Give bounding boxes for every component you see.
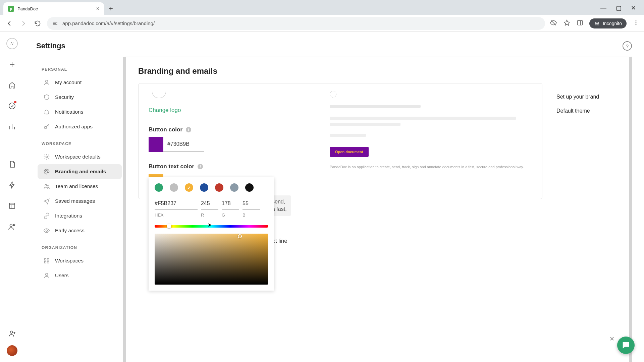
- sidebar-item-security[interactable]: Security: [38, 90, 122, 105]
- nav-reload-icon[interactable]: [33, 19, 42, 28]
- sidebar-item-defaults[interactable]: Workspace defaults: [38, 149, 122, 164]
- svg-point-27: [627, 344, 628, 345]
- rail-contacts-icon[interactable]: [6, 221, 18, 232]
- url-bar[interactable]: app.pandadoc.com/a/#/settings/branding/: [47, 17, 545, 30]
- nav-back-icon[interactable]: [5, 19, 14, 28]
- sidebar-item-apps[interactable]: Authorized apps: [38, 119, 122, 134]
- sidebar-item-workspaces[interactable]: Workspaces: [38, 253, 122, 268]
- svg-point-24: [46, 273, 48, 276]
- svg-point-6: [9, 103, 15, 109]
- button-color-value[interactable]: [163, 137, 204, 152]
- browser-tab-bar: p PandaDoc × + — ▢ ✕: [0, 0, 644, 15]
- field-label-text: Button color: [149, 126, 182, 133]
- sidebar-item-team[interactable]: Team and licenses: [38, 179, 122, 194]
- preview-logo-icon: [330, 91, 336, 98]
- rail-new-icon[interactable]: [6, 59, 18, 70]
- rail-reports-icon[interactable]: [6, 121, 18, 132]
- nav-forward-icon: [19, 19, 28, 28]
- tab-favicon-icon: p: [8, 6, 14, 12]
- preset-color-swatch[interactable]: [245, 183, 254, 192]
- new-tab-button[interactable]: +: [104, 4, 118, 13]
- bookmark-star-icon[interactable]: [563, 19, 571, 28]
- color-picker-popover: HEX R G: [149, 177, 274, 291]
- kebab-menu-icon[interactable]: [633, 19, 639, 27]
- hue-slider[interactable]: ➤: [155, 225, 268, 228]
- sidebar-item-notifications[interactable]: Notifications: [38, 105, 122, 119]
- window-controls: — ▢ ✕: [600, 4, 644, 15]
- g-label: G: [222, 213, 239, 218]
- sidebar-item-early[interactable]: Early access: [38, 223, 122, 238]
- section-personal: PERSONAL: [36, 65, 123, 75]
- svg-point-3: [636, 20, 637, 21]
- svg-rect-0: [578, 20, 583, 25]
- svg-point-18: [47, 185, 49, 186]
- sidebar-item-integrations[interactable]: Integrations: [38, 208, 122, 223]
- right-nav-link-brand[interactable]: Set up your brand: [556, 94, 629, 100]
- svg-point-15: [46, 170, 47, 171]
- page-header: Settings ?: [24, 32, 644, 57]
- bell-icon: [43, 108, 50, 116]
- saturation-value-canvas[interactable]: [155, 234, 268, 285]
- sidebar-item-label: Authorized apps: [55, 124, 93, 130]
- workspace-avatar-icon[interactable]: N: [6, 38, 18, 49]
- extensions-eye-icon[interactable]: [550, 19, 557, 28]
- sidebar-item-account[interactable]: My account: [38, 75, 122, 90]
- sidebar-item-label: Integrations: [55, 213, 82, 219]
- svg-rect-21: [47, 258, 49, 260]
- hex-input[interactable]: [155, 199, 198, 210]
- rail-home-icon[interactable]: [6, 79, 18, 91]
- help-icon[interactable]: ?: [623, 41, 632, 51]
- b-label: B: [243, 213, 260, 218]
- window-minimize-icon[interactable]: —: [600, 4, 606, 12]
- preview-open-button[interactable]: Open document: [330, 147, 369, 157]
- hue-thumb-icon[interactable]: [167, 224, 171, 228]
- window-close-icon[interactable]: ✕: [631, 4, 636, 12]
- site-settings-icon[interactable]: [52, 20, 58, 26]
- button-color-input[interactable]: [149, 137, 310, 152]
- main-title: Branding and emails: [138, 66, 629, 76]
- team-icon: [43, 183, 50, 190]
- tab-close-icon[interactable]: ×: [96, 6, 99, 12]
- sidebar-item-label: Users: [55, 273, 68, 279]
- rail-invite-icon[interactable]: [6, 328, 18, 339]
- preset-color-swatch[interactable]: [170, 183, 178, 192]
- chat-fab-button[interactable]: [617, 337, 635, 354]
- rail-documents-icon[interactable]: [6, 159, 18, 170]
- preset-color-swatch[interactable]: [155, 183, 163, 192]
- page-title: Settings: [36, 42, 623, 50]
- window-maximize-icon[interactable]: ▢: [616, 4, 622, 12]
- preset-color-swatch[interactable]: [185, 183, 193, 192]
- gear-icon: [43, 153, 50, 161]
- svg-point-9: [13, 224, 15, 226]
- satval-thumb-icon[interactable]: [238, 234, 242, 238]
- g-input[interactable]: [222, 199, 239, 210]
- rail-activity-icon[interactable]: [6, 100, 18, 112]
- sidepanel-icon[interactable]: [577, 19, 583, 27]
- browser-tab[interactable]: p PandaDoc ×: [3, 2, 104, 15]
- preset-color-swatch[interactable]: [230, 183, 238, 192]
- info-icon[interactable]: i: [198, 164, 203, 169]
- preset-color-swatch[interactable]: [215, 183, 223, 192]
- sidebar-item-users[interactable]: Users: [38, 268, 122, 283]
- r-input[interactable]: [201, 199, 218, 210]
- fab-close-icon[interactable]: ✕: [609, 335, 614, 343]
- sidebar-item-saved[interactable]: Saved messages: [38, 194, 122, 208]
- b-input[interactable]: [243, 199, 260, 210]
- rail-user-avatar[interactable]: [7, 345, 17, 356]
- sidebar-item-branding[interactable]: Branding and emails: [38, 164, 122, 179]
- rail-quick-icon[interactable]: [6, 179, 18, 191]
- preset-colors-row: [155, 183, 268, 192]
- button-color-swatch[interactable]: [149, 137, 163, 152]
- preview-footer-text: PandaDoc is an application to create, se…: [330, 164, 532, 170]
- svg-point-25: [624, 344, 625, 345]
- incognito-badge[interactable]: Incognito: [589, 18, 627, 28]
- change-logo-button[interactable]: Change logo: [149, 106, 181, 115]
- section-workspace: WORKSPACE: [36, 134, 123, 149]
- user-icon: [43, 79, 50, 86]
- users-icon: [43, 272, 50, 279]
- svg-point-8: [10, 224, 12, 227]
- info-icon[interactable]: i: [186, 127, 191, 132]
- right-nav-link-theme[interactable]: Default theme: [556, 108, 629, 114]
- rail-templates-icon[interactable]: [6, 200, 18, 212]
- preset-color-swatch[interactable]: [200, 183, 208, 192]
